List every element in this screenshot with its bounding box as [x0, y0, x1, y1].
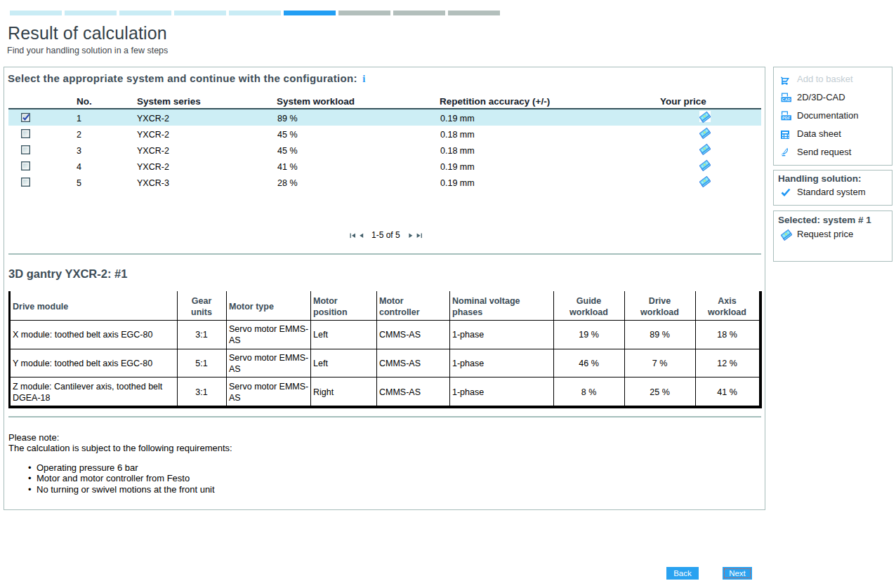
svg-text:CAD: CAD [782, 98, 791, 102]
svg-text:PDF: PDF [782, 116, 791, 120]
